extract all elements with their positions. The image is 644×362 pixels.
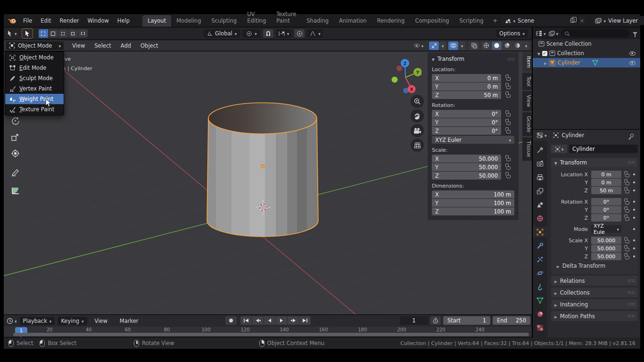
location-x-field[interactable]: 0 m: [591, 171, 621, 178]
record-button[interactable]: [225, 316, 237, 325]
location-z-field[interactable]: Z50 m: [432, 91, 501, 99]
pivot-point-dropdown[interactable]: [243, 29, 260, 38]
collapse-icon[interactable]: [432, 56, 435, 62]
animate-dot[interactable]: [633, 255, 635, 257]
tab-render[interactable]: [533, 158, 547, 169]
rotation-x-field[interactable]: 0°: [591, 198, 621, 206]
dimensions-x-field[interactable]: X100 m: [432, 190, 514, 198]
outliner-search-input[interactable]: [561, 29, 630, 37]
viewport-menu-add[interactable]: Add: [116, 42, 136, 49]
viewport-3d[interactable]: User Perspective (1) Collection | Cylind…: [4, 51, 532, 314]
rotation-mode-dropdown[interactable]: XYZ Euler: [432, 136, 514, 144]
snap-with-dropdown[interactable]: [276, 29, 292, 38]
tab-layout[interactable]: Layout: [142, 15, 171, 27]
viewport-menu-view[interactable]: View: [67, 42, 90, 49]
menu-render[interactable]: Render: [56, 17, 83, 24]
tab-texture[interactable]: [533, 322, 547, 333]
id-type-dropdown[interactable]: [551, 145, 567, 153]
lock-icon[interactable]: [625, 174, 629, 177]
sidebar-tab-item[interactable]: Item: [522, 52, 532, 72]
view-layer-browse-button[interactable]: View Layer: [592, 16, 644, 25]
dimensions-y-field[interactable]: Y100 m: [432, 199, 514, 207]
scene-browse-button[interactable]: Scene: [502, 16, 577, 25]
menu-window[interactable]: Window: [83, 17, 113, 24]
tab-scene[interactable]: [533, 199, 547, 210]
annotate-tool-button[interactable]: [9, 167, 21, 179]
filter-icon[interactable]: [633, 32, 637, 35]
overlays-toggle[interactable]: [448, 41, 458, 50]
tab-object-data[interactable]: [533, 295, 547, 305]
timeline-scrollbar[interactable]: [13, 333, 529, 336]
mode-dropdown[interactable]: Object Mode: [6, 41, 64, 50]
lock-icon[interactable]: [506, 166, 511, 170]
panel-relations[interactable]: Relations: [551, 276, 638, 286]
rotation-y-field[interactable]: Y0°: [432, 118, 501, 126]
lock-icon[interactable]: [625, 248, 629, 251]
navigation-gizmo[interactable]: Z Y X: [390, 56, 421, 99]
row-scene-collection[interactable]: Scene Collection: [533, 39, 640, 49]
select-subtract-button[interactable]: [58, 29, 68, 38]
scale-x-field[interactable]: 50.000: [591, 237, 621, 244]
panel-instancing[interactable]: Instancing: [551, 299, 638, 309]
tab-scripting[interactable]: Scripting: [454, 15, 489, 27]
scale-z-field[interactable]: 50.000: [591, 253, 621, 260]
scale-y-field[interactable]: 50.000: [591, 245, 621, 252]
animate-dot[interactable]: [633, 247, 635, 249]
location-x-field[interactable]: X0 m: [432, 74, 501, 82]
next-keyframe-button[interactable]: [288, 316, 299, 325]
animate-dot[interactable]: [633, 228, 635, 230]
camera-view-button[interactable]: [411, 124, 424, 137]
viewport-menu-select[interactable]: Select: [90, 42, 116, 49]
gizmo-toggle[interactable]: [429, 41, 439, 50]
lock-icon[interactable]: [506, 94, 511, 98]
tab-animation[interactable]: Animation: [334, 15, 372, 27]
editor-type-dropdown[interactable]: [537, 132, 547, 139]
menu-edit[interactable]: Edit: [36, 17, 55, 24]
end-frame-field[interactable]: End250: [493, 316, 530, 325]
scale-z-field[interactable]: Z50.000: [432, 172, 501, 180]
use-preview-range-toggle[interactable]: [430, 316, 441, 325]
tab-rendering[interactable]: Rendering: [372, 15, 410, 27]
scale-y-field[interactable]: Y50.000: [432, 163, 501, 171]
panel-collections[interactable]: Collections: [551, 288, 638, 297]
gizmo-dropdown[interactable]: [439, 41, 446, 50]
measure-tool-button[interactable]: [9, 185, 21, 196]
shading-dropdown[interactable]: [523, 41, 529, 50]
jump-to-start-button[interactable]: [240, 316, 252, 325]
tab-uv-editing[interactable]: UV Editing: [242, 8, 271, 27]
shading-wireframe-button[interactable]: [481, 41, 491, 50]
tool-dropdown[interactable]: [7, 30, 17, 37]
sidebar-tab-tissue[interactable]: Tissue: [522, 137, 532, 161]
rotation-z-field[interactable]: Z0°: [432, 127, 501, 135]
select-set-button[interactable]: [39, 29, 48, 38]
snap-toggle[interactable]: [263, 29, 273, 38]
tab-tool[interactable]: [533, 145, 547, 155]
scale-tool-button[interactable]: [9, 132, 21, 143]
transform-orientation-dropdown[interactable]: Global: [204, 29, 240, 38]
lock-icon[interactable]: [506, 86, 511, 89]
tab-material[interactable]: [533, 309, 547, 319]
drag-handle[interactable]: [507, 58, 514, 61]
timeline-menu-marker[interactable]: Marker: [115, 318, 143, 324]
tab-modeling[interactable]: Modeling: [171, 15, 206, 27]
viewport-menu-object[interactable]: Object: [136, 42, 163, 49]
eye-icon[interactable]: [629, 51, 636, 56]
editor-type-dropdown[interactable]: [7, 318, 17, 324]
menu-item-vertex-paint[interactable]: Vertex Paint: [5, 83, 64, 94]
falloff-dropdown[interactable]: [307, 29, 323, 38]
shading-solid-button[interactable]: [492, 41, 502, 50]
collection-checkbox[interactable]: [542, 51, 547, 56]
pan-button[interactable]: [411, 109, 424, 123]
play-reverse-button[interactable]: [264, 316, 275, 325]
animate-dot[interactable]: [633, 201, 635, 203]
menu-item-texture-paint[interactable]: Texture Paint: [5, 104, 64, 115]
location-y-field[interactable]: 0 m: [591, 179, 621, 186]
rotation-z-field[interactable]: 0°: [591, 214, 621, 222]
sidebar-tab-gcode[interactable]: Gcode: [522, 112, 532, 136]
rotation-mode-dropdown[interactable]: XYZ Eule: [591, 225, 621, 233]
timeline-menu-view[interactable]: View: [90, 318, 112, 324]
visibility-dropdown[interactable]: [411, 41, 427, 50]
lock-icon[interactable]: [625, 240, 629, 243]
proportional-editing-toggle[interactable]: [294, 29, 305, 38]
tab-output[interactable]: [533, 172, 547, 182]
